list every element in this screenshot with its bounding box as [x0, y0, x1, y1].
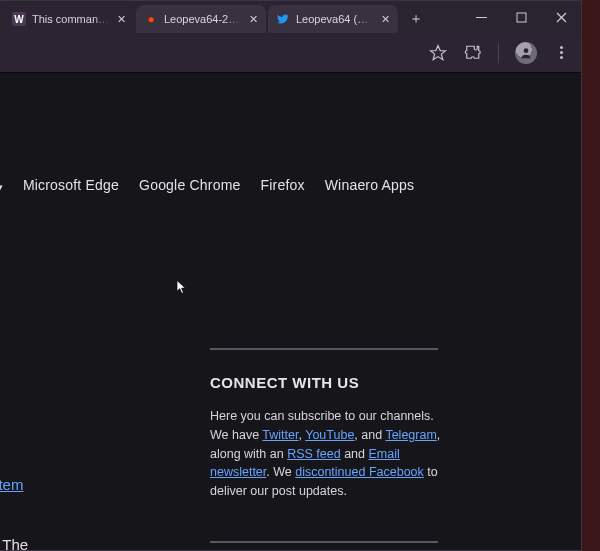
nav-winaero-apps[interactable]: Winaero Apps — [325, 177, 415, 193]
para-text: and — [341, 447, 369, 461]
connect-heading: CONNECT WITH US — [210, 374, 510, 391]
para-text: . We — [266, 465, 295, 479]
facebook-discontinued-link[interactable]: discontinued Facebook — [295, 465, 424, 479]
favicon-twitter — [276, 12, 290, 26]
svg-marker-4 — [431, 45, 446, 59]
nav-firefox[interactable]: Firefox — [261, 177, 305, 193]
tabstrip: W This command bypass ✕ ● Leopeva64-2 (u… — [4, 1, 428, 33]
browser-window: W This command bypass ✕ ● Leopeva64-2 (u… — [0, 0, 582, 551]
titlebar: W This command bypass ✕ ● Leopeva64-2 (u… — [0, 1, 581, 33]
article-title: ndows 11 I/CPU) — [0, 353, 200, 424]
article-subhead: issues and optimize system — [0, 476, 200, 494]
nav-google-chrome[interactable]: Google Chrome — [139, 177, 240, 193]
bookmark-star-icon[interactable] — [428, 43, 448, 63]
close-icon[interactable]: ✕ — [246, 12, 260, 26]
para-text: , and — [354, 428, 385, 442]
subhead-link[interactable]: issues and optimize system — [0, 476, 23, 493]
tab-2[interactable]: Leopeva64 (@Leopeva ✕ — [268, 5, 398, 33]
telegram-link[interactable]: Telegram — [385, 428, 436, 442]
rss-link[interactable]: RSS feed — [287, 447, 341, 461]
main-article: ndows 11 I/CPU) issues and optimize syst… — [0, 353, 200, 550]
minimize-button[interactable] — [461, 1, 501, 33]
site-nav: ws 10 ▾ Microsoft Edge Google Chrome Fir… — [0, 177, 581, 193]
tab-title: This command bypass — [32, 13, 110, 25]
section-divider — [210, 348, 438, 350]
svg-rect-1 — [517, 13, 526, 22]
svg-point-5 — [524, 48, 529, 53]
sidebar: CONNECT WITH US Here you can subscribe t… — [210, 348, 510, 550]
toolbar-separator — [498, 43, 499, 63]
tab-0[interactable]: W This command bypass ✕ — [4, 5, 134, 33]
close-button[interactable] — [541, 1, 581, 33]
connect-paragraph: Here you can subscribe to our channels. … — [210, 407, 446, 501]
twitter-link[interactable]: Twitter — [262, 428, 298, 442]
nav-microsoft-edge[interactable]: Microsoft Edge — [23, 177, 119, 193]
tab-title: Leopeva64 (@Leopeva — [296, 13, 374, 25]
article-body: hardware requirements. The es a TPM in y… — [0, 534, 180, 550]
tab-1[interactable]: ● Leopeva64-2 (u/Leope ✕ — [136, 5, 266, 33]
extensions-icon[interactable] — [462, 43, 482, 63]
maximize-button[interactable] — [501, 1, 541, 33]
body-text: hardware requirements. The — [0, 536, 28, 550]
browser-toolbar — [0, 33, 581, 73]
new-tab-button[interactable]: ＋ — [404, 7, 428, 31]
window-controls — [461, 1, 581, 33]
page-content: ws 10 ▾ Microsoft Edge Google Chrome Fir… — [0, 73, 581, 550]
close-icon[interactable]: ✕ — [378, 12, 392, 26]
tab-title: Leopeva64-2 (u/Leope — [164, 13, 242, 25]
favicon-winaero: W — [12, 12, 26, 26]
svg-rect-0 — [476, 17, 487, 18]
profile-avatar[interactable] — [515, 42, 537, 64]
youtube-link[interactable]: YouTube — [305, 428, 354, 442]
close-icon[interactable]: ✕ — [114, 12, 128, 26]
nav-windows10[interactable]: ws 10 ▾ — [0, 177, 3, 193]
mouse-cursor-icon — [176, 280, 186, 294]
section-divider — [210, 541, 438, 543]
kebab-menu-icon[interactable] — [551, 43, 571, 63]
favicon-reddit: ● — [144, 12, 158, 26]
chevron-down-icon: ▾ — [0, 182, 3, 192]
